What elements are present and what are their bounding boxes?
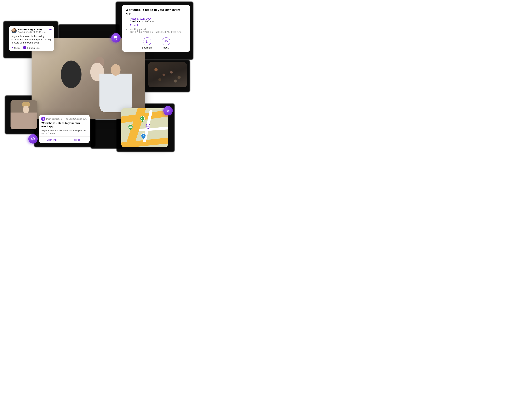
push-app-icon — [41, 117, 45, 120]
clock-icon — [126, 18, 128, 20]
calendar-badge[interactable] — [111, 33, 121, 43]
map-pin-d02[interactable]: D02 — [146, 124, 150, 130]
book-button[interactable]: Book — [162, 37, 170, 49]
bookmark-button[interactable]: Bookmark — [142, 37, 152, 49]
workshop-detail-card: Workshop: 5 steps to your own event app … — [122, 5, 190, 52]
post-body: Anyone interested in discussing sustaina… — [11, 35, 52, 44]
comments-count[interactable]: 8 Comments — [23, 46, 39, 49]
venue-map[interactable]: H3 S23 D02 — [121, 108, 168, 147]
booking-range: 03.10.2024, 12:30 p.m. to 07.10.2024, 02… — [130, 31, 186, 33]
workshop-room[interactable]: Room 21 — [130, 24, 186, 27]
workshop-title: Workshop: 5 steps to your own event app — [126, 8, 186, 15]
post-author: Nils Hofberger (You) — [18, 28, 46, 31]
workshop-date: Tuesday 08.10.2024 — [130, 17, 186, 20]
likes-count[interactable]: ♥ 3 Likes — [11, 46, 20, 49]
push-title: Workshop: 5 steps to your own event app — [41, 121, 87, 128]
bookmark-icon — [146, 40, 149, 43]
map-street — [139, 127, 168, 131]
push-time: 03.10.2024, 12:30 p.m. — [66, 118, 87, 120]
svg-point-1 — [127, 25, 127, 25]
megaphone-badge[interactable] — [28, 134, 38, 144]
svg-rect-6 — [114, 36, 117, 39]
avatar[interactable] — [11, 28, 17, 33]
fork-knife-icon — [142, 135, 145, 137]
map-pin-icon — [166, 109, 170, 113]
post-timestamp: Wed., 09.10.2024, 11:13 a.m. — [18, 31, 46, 33]
heart-icon: ♥ — [11, 46, 13, 49]
open-link-button[interactable]: Open link — [39, 137, 64, 143]
location-icon — [126, 24, 128, 27]
svg-rect-5 — [165, 41, 166, 42]
push-body: Register now and learn how to create you… — [41, 129, 87, 135]
book-icon — [164, 40, 168, 43]
map-pin-food[interactable] — [141, 133, 146, 139]
megaphone-icon — [31, 137, 35, 141]
calendar-check-icon — [114, 35, 118, 40]
comment-icon — [23, 46, 26, 49]
ticket-icon — [126, 28, 128, 31]
map-pin-badge[interactable] — [163, 106, 173, 115]
map-pin-s23[interactable]: S23 — [128, 124, 133, 131]
push-notification-card: Push notification 03.10.2024, 12:30 p.m.… — [39, 115, 90, 143]
workshop-time: 09:00 a.m. - 10:00 a.m. — [130, 20, 186, 23]
svg-point-8 — [167, 110, 168, 111]
svg-rect-3 — [126, 29, 127, 30]
post-menu-button[interactable]: ⋯ — [49, 28, 52, 31]
booking-label: Booking period: — [130, 28, 186, 31]
push-label: Push notification — [46, 118, 62, 120]
close-button[interactable]: Close — [64, 137, 90, 143]
map-pin-h3[interactable]: H3 — [140, 116, 145, 122]
attendee-photo — [10, 100, 37, 129]
social-post-card: ⋯ Nils Hofberger (You) Wed., 09.10.2024,… — [9, 26, 54, 51]
crowd-photo — [148, 62, 187, 87]
